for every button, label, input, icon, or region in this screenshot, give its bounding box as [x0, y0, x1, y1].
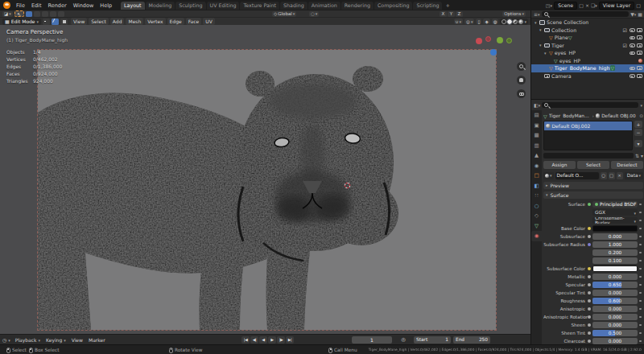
prev-keyframe-button[interactable]: ◀| [250, 336, 258, 344]
navigation-gizmo[interactable] [474, 33, 519, 57]
properties-tab-constraints[interactable]: ◇ [531, 211, 542, 221]
preview-panel-header[interactable]: ▸ Preview [543, 182, 643, 190]
jump-start-button[interactable]: |◀ [242, 336, 250, 344]
tab-compositing[interactable]: Compositing [374, 2, 412, 10]
scene-selector[interactable]: Scene [554, 2, 577, 10]
properties-tab-scene[interactable]: ▲ [531, 150, 542, 161]
properties-tab-output[interactable]: ▦ [531, 130, 542, 141]
outliner-row-scene-collection[interactable]: ▾Scene Collection [531, 19, 644, 27]
menu-help[interactable]: Help [97, 2, 115, 10]
outliner-row-eyes-hp[interactable]: ▽eyes_HP [531, 57, 644, 65]
value-slider[interactable]: 0.000 [592, 306, 638, 312]
surface-panel-header[interactable]: ▾ Surface [543, 191, 643, 200]
material-shading-button[interactable] [513, 19, 518, 24]
decorator-dot[interactable] [638, 212, 643, 214]
decorator-dot[interactable] [638, 268, 643, 270]
tab-texture-paint[interactable]: Texture Paint [240, 2, 279, 10]
outliner-row-tiger[interactable]: ▾Tiger☑ [531, 42, 644, 50]
decorator-dot[interactable] [638, 260, 643, 262]
mode-dropdown[interactable]: ▦ Edit Mode▾ [2, 19, 41, 25]
decorator-dot[interactable] [638, 292, 643, 294]
properties-tab-data[interactable]: ▽ [531, 221, 542, 232]
properties-tab-view-layer[interactable]: ▥ [531, 141, 542, 151]
outliner-new-collection-button[interactable]: ▦ [638, 11, 642, 17]
properties-tab-material[interactable]: ◉ [531, 231, 542, 241]
vertex-select-button[interactable] [43, 19, 50, 25]
xray-toggle[interactable]: ▯ [476, 19, 481, 24]
hide-viewport-icon[interactable] [630, 43, 635, 47]
tab-uv-editing[interactable]: UV Editing [207, 2, 240, 10]
list-filter-input[interactable] [543, 153, 634, 158]
face-select-button[interactable] [60, 19, 68, 25]
filter-sort-icon[interactable]: ▾ [641, 153, 643, 158]
hide-viewport-icon[interactable] [630, 28, 635, 32]
hide-viewport-icon[interactable] [630, 74, 635, 78]
viewport-menu-mesh[interactable]: Mesh [126, 18, 143, 25]
assign-button[interactable]: Assign [543, 161, 576, 169]
show-gizmo-toggle[interactable]: ◈ [483, 19, 489, 24]
viewport-menu-add[interactable]: Add [110, 18, 125, 25]
viewport-menu-view[interactable]: View [71, 18, 87, 25]
add-slot-button[interactable]: + [634, 121, 642, 128]
viewport-menu-uv[interactable]: UV [203, 18, 215, 25]
value-slider[interactable]: 0.000 [592, 290, 638, 296]
value-slider[interactable]: 0.000 [592, 314, 638, 320]
scene-delete-icon[interactable]: × [585, 2, 589, 8]
tab-scripting[interactable]: Scripting [413, 2, 442, 10]
collection-checkbox[interactable]: ☑ [623, 43, 627, 48]
decorator-dot[interactable] [638, 204, 643, 206]
menu-window[interactable]: Window [70, 2, 97, 10]
decorator-dot[interactable] [638, 284, 643, 286]
tab-animation[interactable]: Animation [308, 2, 341, 10]
disable-render-icon[interactable] [637, 51, 642, 55]
next-keyframe-button[interactable]: |▶ [277, 336, 285, 344]
slot-specials-dropdown[interactable]: ▾ [634, 140, 642, 147]
select-mode-invert-button[interactable] [50, 11, 56, 17]
color-swatch[interactable] [592, 225, 638, 232]
decorator-dot[interactable] [638, 220, 643, 222]
blender-logo-icon[interactable] [3, 2, 10, 9]
play-reverse-button[interactable]: ◀ [259, 336, 267, 344]
hide-viewport-icon[interactable] [630, 67, 635, 71]
select-mode-subtract-button[interactable] [42, 11, 48, 17]
outliner-row-collection[interactable]: ▾Collection☑ [531, 27, 644, 35]
decorator-dot[interactable] [638, 316, 643, 319]
select-button[interactable]: Select [577, 161, 609, 169]
tab-shading[interactable]: Shading [280, 2, 308, 10]
shader-button[interactable]: Principled BSDF [592, 201, 638, 208]
properties-search-input[interactable] [542, 102, 638, 108]
properties-tab-tool[interactable]: ▤ [531, 110, 542, 121]
value-slider[interactable]: 0.600 [592, 298, 638, 304]
mirror-x-toggle[interactable]: X [440, 11, 447, 17]
axis-y-ball[interactable] [497, 37, 503, 43]
select-mode-new-button[interactable] [26, 11, 32, 17]
decorator-dot[interactable] [638, 324, 643, 327]
enum-dropdown[interactable]: Christensen-Burley▾ [592, 217, 638, 224]
jump-end-button[interactable]: ▶| [286, 336, 294, 344]
disable-render-icon[interactable] [637, 66, 642, 70]
decorator-dot[interactable] [638, 332, 643, 335]
properties-tab-world[interactable]: ◉ [531, 161, 542, 171]
properties-options-dropdown[interactable]: ▾ [640, 103, 642, 108]
outliner-row-eyes-hp[interactable]: ▾▽eyes_HP [531, 49, 644, 57]
decorator-dot[interactable] [638, 300, 643, 303]
select-mode-extend-button[interactable] [34, 11, 40, 17]
unlink-material-button[interactable]: × [617, 172, 623, 179]
tab-sculpting[interactable]: Sculpting [175, 2, 205, 10]
axis-z-ball[interactable] [490, 49, 497, 56]
menu-edit[interactable]: Edit [28, 2, 45, 10]
material-name-field[interactable]: Default O... [555, 172, 599, 179]
decorator-dot[interactable] [638, 340, 643, 343]
timeline-menu-marker[interactable]: Marker [89, 337, 105, 343]
color-swatch[interactable] [592, 266, 638, 272]
outliner-row-camera[interactable]: Camera [531, 72, 644, 80]
outliner-search-input[interactable] [542, 11, 630, 17]
mirror-y-toggle[interactable]: Y [448, 11, 455, 17]
frame-start-field[interactable]: Start 1 [414, 336, 451, 344]
tab-layout[interactable]: Layout [121, 2, 144, 10]
outliner-row-plane[interactable]: ▽Plane▽ [531, 34, 644, 42]
rendered-shading-button[interactable] [518, 19, 523, 24]
timeline-menu-view[interactable]: View [72, 337, 83, 343]
select-box-tool-button[interactable]: ↖ [14, 10, 24, 17]
pin-icon[interactable]: ⊙ [639, 113, 643, 118]
